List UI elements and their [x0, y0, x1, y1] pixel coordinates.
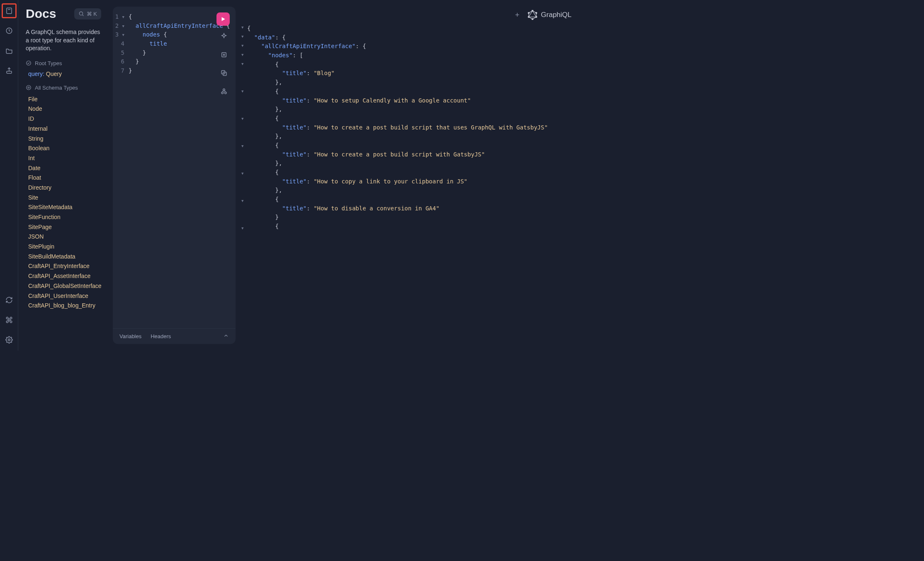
svg-point-7 — [27, 61, 31, 66]
svg-point-21 — [536, 16, 537, 17]
svg-line-6 — [82, 15, 83, 16]
search-button[interactable]: ⌘ K — [74, 8, 101, 20]
docs-description: A GraphQL schema provides a root type fo… — [26, 28, 101, 53]
shortcuts-icon[interactable] — [2, 312, 17, 327]
sparkle-icon — [220, 33, 228, 40]
svg-point-5 — [79, 12, 83, 15]
merge-button[interactable] — [218, 49, 230, 61]
root-type-line: query: Query — [28, 71, 101, 77]
left-rail — [0, 0, 18, 351]
explorer-icon[interactable] — [2, 43, 17, 58]
schema-list: FileNodeIDInternalStringBooleanIntDateFl… — [28, 95, 101, 310]
collapse-toggle[interactable] — [223, 333, 229, 340]
copy-button[interactable] — [218, 67, 230, 79]
svg-point-19 — [532, 10, 533, 11]
schema-type-item[interactable]: Boolean — [28, 144, 101, 153]
headers-tab[interactable]: Headers — [151, 333, 171, 339]
graphiql-brand: GraphiQL — [528, 10, 571, 20]
docs-title: Docs — [26, 7, 56, 21]
svg-rect-3 — [7, 71, 12, 73]
history-icon[interactable] — [2, 23, 17, 38]
webhook-button[interactable] — [218, 85, 230, 97]
query-code[interactable]: { allCraftApiEntryInterface { nodes { ti… — [127, 7, 230, 328]
schema-type-item[interactable]: Internal — [28, 124, 101, 134]
schema-type-item[interactable]: JSON — [28, 232, 101, 241]
schema-type-item[interactable]: CraftAPI_GlobalSetInterface — [28, 282, 101, 291]
schema-type-item[interactable]: Date — [28, 164, 101, 173]
prettify-button[interactable] — [218, 31, 230, 42]
settings-icon[interactable] — [2, 332, 17, 347]
svg-marker-10 — [222, 17, 225, 21]
brand-label: GraphiQL — [541, 11, 571, 19]
root-types-header: Root Types — [26, 60, 101, 66]
webhook-icon — [220, 88, 228, 95]
share-icon[interactable] — [2, 63, 17, 78]
run-button[interactable] — [216, 12, 230, 26]
graphql-logo-icon — [528, 10, 537, 20]
docs-panel: Docs ⌘ K A GraphQL schema provides a roo… — [18, 0, 109, 351]
schema-type-item[interactable]: Node — [28, 105, 101, 114]
schema-type-item[interactable]: File — [28, 95, 101, 104]
response-fold-gutter: ▼▼▼▼▼▼▼▼▼▼▼ — [241, 24, 247, 344]
schema-type-item[interactable]: CraftAPI_EntryInterface — [28, 262, 101, 271]
variables-tab[interactable]: Variables — [119, 333, 141, 339]
schema-type-item[interactable]: Site — [28, 193, 101, 202]
schema-type-item[interactable]: SitePage — [28, 223, 101, 232]
root-type-value[interactable]: Query — [46, 71, 62, 77]
merge-icon — [220, 51, 228, 59]
schema-type-item[interactable]: CraftAPI_blog_blog_Entry — [28, 301, 101, 310]
query-editor: 1 ▼2 ▼3 ▼4567 { allCraftApiEntryInterfac… — [113, 7, 236, 344]
schema-type-item[interactable]: String — [28, 134, 101, 144]
schema-type-item[interactable]: SiteFunction — [28, 213, 101, 222]
schema-icon — [26, 85, 32, 90]
svg-rect-0 — [7, 8, 12, 14]
search-icon — [78, 11, 84, 17]
svg-point-24 — [528, 12, 529, 14]
svg-point-4 — [8, 339, 10, 341]
svg-point-9 — [28, 87, 29, 89]
add-tab-button[interactable]: + — [513, 10, 522, 20]
search-hint: ⌘ K — [87, 11, 97, 17]
root-icon — [26, 60, 32, 66]
schema-type-item[interactable]: SiteBuildMetadata — [28, 252, 101, 261]
root-type-label: query: — [28, 71, 44, 77]
copy-icon — [220, 69, 228, 77]
svg-point-15 — [225, 92, 227, 94]
line-gutter: 1 ▼2 ▼3 ▼4567 — [113, 7, 127, 328]
svg-point-23 — [528, 16, 529, 17]
schema-type-item[interactable]: Int — [28, 154, 101, 163]
schema-type-item[interactable]: CraftAPI_AssetInterface — [28, 272, 101, 281]
play-icon — [220, 16, 226, 22]
svg-point-8 — [27, 85, 31, 90]
docs-icon[interactable] — [2, 3, 17, 18]
variables-bar: Variables Headers — [113, 328, 236, 344]
schema-type-item[interactable]: Float — [28, 173, 101, 183]
chevron-up-icon — [223, 333, 229, 339]
all-schema-header: All Schema Types — [26, 85, 101, 91]
schema-type-item[interactable]: CraftAPI_UserInterface — [28, 292, 101, 301]
svg-point-14 — [221, 92, 224, 94]
svg-point-20 — [536, 12, 537, 14]
response-code: { "data": { "allCraftApiEntryInterface":… — [247, 24, 573, 344]
svg-point-22 — [532, 18, 533, 20]
schema-type-item[interactable]: ID — [28, 115, 101, 124]
schema-type-item[interactable]: SitePlugin — [28, 242, 101, 251]
schema-type-item[interactable]: Directory — [28, 183, 101, 193]
refetch-icon[interactable] — [2, 293, 17, 307]
response-panel: + GraphiQL ▼▼▼▼▼▼▼▼▼▼▼ { "data": { "allC… — [241, 7, 573, 344]
schema-type-item[interactable]: SiteSiteMetadata — [28, 203, 101, 212]
